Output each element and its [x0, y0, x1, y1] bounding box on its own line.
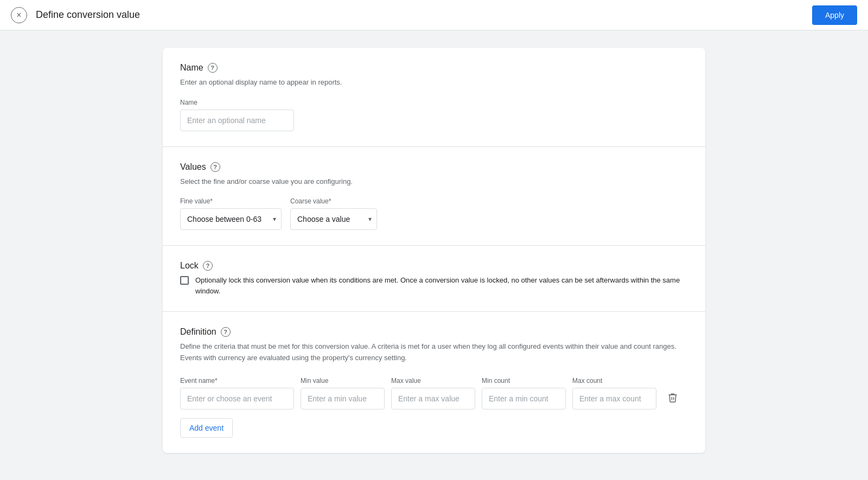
event-name-group: Event name* [180, 377, 294, 409]
name-help-icon[interactable]: ? [208, 63, 218, 73]
values-section-title: Values [180, 162, 206, 172]
definition-section-header: Definition ? [180, 327, 688, 337]
min-count-input[interactable] [482, 388, 566, 409]
name-section-desc: Enter an optional display name to appear… [180, 77, 688, 88]
name-section-title: Name [180, 63, 203, 73]
main-content: Name ? Enter an optional display name to… [0, 30, 868, 470]
event-name-label: Event name* [180, 377, 294, 385]
values-section-header: Values ? [180, 162, 688, 172]
event-name-input[interactable] [180, 388, 294, 409]
definition-section: Definition ? Define the criteria that mu… [163, 312, 705, 453]
name-section-header: Name ? [180, 63, 688, 73]
lock-desc-text: Optionally lock this conversion value wh… [195, 275, 688, 296]
definition-help-icon[interactable]: ? [221, 327, 231, 337]
name-field-wrap: Name [180, 99, 294, 131]
min-count-label: Min count [482, 377, 566, 385]
min-count-group: Min count [482, 377, 566, 409]
fine-value-select[interactable]: Choose between 0-63 [180, 208, 282, 230]
name-input[interactable] [180, 110, 294, 131]
close-button[interactable]: × [11, 7, 27, 23]
close-icon: × [16, 10, 21, 20]
lock-section: Lock ? Optionally lock this conversion v… [163, 246, 705, 312]
coarse-value-select-wrap: Choose a value Low Medium High ▾ [290, 208, 377, 230]
fine-value-label: Fine value* [180, 197, 282, 205]
form-card: Name ? Enter an optional display name to… [163, 48, 705, 453]
min-value-input[interactable] [301, 388, 385, 409]
add-event-button[interactable]: Add event [180, 418, 233, 438]
lock-checkbox-row: Optionally lock this conversion value wh… [180, 275, 688, 296]
coarse-value-select[interactable]: Choose a value Low Medium High [290, 208, 377, 230]
values-section-desc: Select the fine and/or coarse value you … [180, 176, 688, 187]
apply-button[interactable]: Apply [812, 5, 857, 25]
definition-desc: Define the criteria that must be met for… [180, 341, 688, 364]
delete-event-button[interactable] [663, 388, 682, 409]
coarse-value-label: Coarse value* [290, 197, 377, 205]
lock-help-icon[interactable]: ? [203, 261, 213, 271]
values-row: Fine value* Choose between 0-63 ▾ Coarse… [180, 197, 688, 230]
name-section: Name ? Enter an optional display name to… [163, 48, 705, 147]
max-count-label: Max count [572, 377, 656, 385]
top-bar-left: × Define conversion value [11, 7, 140, 23]
max-count-group: Max count [572, 377, 656, 409]
event-row: Event name* Min value Max value Min coun… [180, 377, 688, 409]
max-value-label: Max value [391, 377, 475, 385]
lock-section-header: Lock ? [180, 261, 688, 271]
values-section: Values ? Select the fine and/or coarse v… [163, 147, 705, 246]
max-count-input[interactable] [572, 388, 656, 409]
top-bar: × Define conversion value Apply [0, 0, 868, 30]
max-value-group: Max value [391, 377, 475, 409]
page-title: Define conversion value [36, 9, 140, 21]
min-value-label: Min value [301, 377, 385, 385]
definition-section-title: Definition [180, 327, 216, 337]
max-value-input[interactable] [391, 388, 475, 409]
coarse-value-group: Coarse value* Choose a value Low Medium … [290, 197, 377, 230]
fine-value-select-wrap: Choose between 0-63 ▾ [180, 208, 282, 230]
lock-checkbox[interactable] [180, 276, 189, 285]
lock-section-title: Lock [180, 261, 199, 271]
values-help-icon[interactable]: ? [210, 162, 220, 172]
name-field-label: Name [180, 99, 294, 106]
trash-icon [667, 392, 678, 405]
min-value-group: Min value [301, 377, 385, 409]
fine-value-group: Fine value* Choose between 0-63 ▾ [180, 197, 282, 230]
